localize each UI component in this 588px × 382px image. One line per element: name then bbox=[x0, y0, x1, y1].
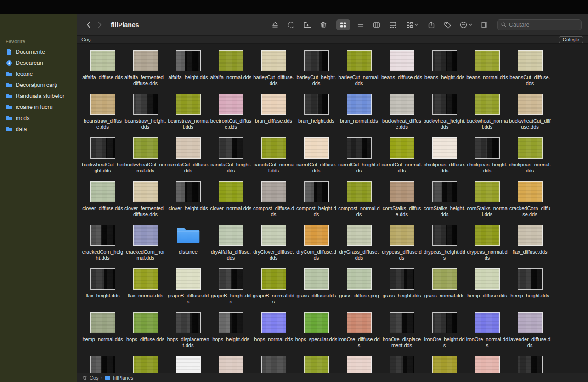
empty-trash-button[interactable]: Golește bbox=[559, 36, 583, 43]
file-thumbnail[interactable] bbox=[219, 94, 243, 115]
sidebar-item-data[interactable]: data bbox=[0, 124, 77, 135]
file-thumbnail[interactable] bbox=[304, 50, 329, 71]
file-item[interactable]: buckwheatCut_diffuse.dds bbox=[509, 94, 551, 137]
file-item[interactable]: crackedCorn_normal.dds bbox=[124, 225, 167, 268]
file-item[interactable]: ironOre_normal.dds bbox=[466, 312, 509, 356]
file-item[interactable]: chickpeas_diffuse.dds bbox=[423, 137, 466, 181]
file-item[interactable] bbox=[295, 356, 338, 373]
file-item[interactable]: buckwheat_normal.dds bbox=[466, 94, 509, 137]
file-item[interactable]: bran_diffuse.dds bbox=[252, 94, 295, 137]
file-item[interactable] bbox=[338, 356, 380, 373]
file-thumbnail[interactable] bbox=[347, 356, 372, 373]
file-thumbnail[interactable] bbox=[390, 50, 414, 71]
file-thumbnail[interactable] bbox=[304, 181, 329, 202]
file-item[interactable]: carrotCut_normal.dds bbox=[380, 137, 423, 181]
file-thumbnail[interactable] bbox=[90, 94, 115, 115]
file-thumbnail[interactable] bbox=[432, 225, 457, 246]
view-grid-button[interactable] bbox=[336, 19, 350, 30]
file-thumbnail[interactable] bbox=[432, 94, 457, 115]
file-item[interactable]: grass_normal.dds bbox=[423, 268, 466, 312]
file-item[interactable]: ironOre_height.dds bbox=[423, 312, 466, 356]
file-thumbnail[interactable] bbox=[518, 312, 543, 333]
file-thumbnail[interactable] bbox=[90, 181, 115, 202]
file-thumbnail[interactable] bbox=[176, 181, 201, 202]
file-item[interactable]: hops_height.dds bbox=[209, 312, 252, 356]
file-thumbnail[interactable] bbox=[304, 225, 329, 246]
file-item[interactable]: buckwheat_height.dds bbox=[423, 94, 466, 137]
file-item[interactable]: flax_height.dds bbox=[81, 268, 124, 312]
file-item[interactable] bbox=[380, 356, 423, 373]
file-thumbnail[interactable] bbox=[176, 356, 201, 373]
file-item[interactable]: cornStalks_height.dds bbox=[423, 181, 466, 225]
file-item[interactable]: dryAlfalfa_diffuse.dds bbox=[209, 225, 252, 268]
file-thumbnail[interactable] bbox=[261, 225, 286, 246]
file-item[interactable]: dryCorn_diffuse.dds bbox=[295, 225, 338, 268]
back-button[interactable] bbox=[83, 19, 94, 30]
file-thumbnail[interactable] bbox=[347, 181, 372, 202]
file-thumbnail[interactable] bbox=[176, 94, 201, 115]
file-item[interactable]: canolaCut_height.dds bbox=[209, 137, 252, 181]
file-item[interactable]: drypeas_diffuse.dds bbox=[380, 225, 423, 268]
file-thumbnail[interactable] bbox=[133, 94, 158, 115]
file-item[interactable]: hops_normal.dds bbox=[252, 312, 295, 356]
file-thumbnail[interactable] bbox=[347, 137, 372, 159]
sidebar-item-decoratiuni-carti[interactable]: Decorațiuni cărți bbox=[0, 80, 77, 91]
sidebar-item-descarcari[interactable]: Descărcări bbox=[0, 57, 77, 68]
file-thumbnail[interactable] bbox=[347, 50, 372, 71]
file-thumbnail[interactable] bbox=[304, 356, 329, 373]
file-item[interactable]: clover_diffuse.dds bbox=[81, 181, 124, 225]
file-item[interactable]: alfalfa_normal.dds bbox=[209, 50, 252, 94]
file-item[interactable]: barleyCut_normal.dds bbox=[338, 50, 380, 94]
file-item[interactable]: beans_height.dds bbox=[423, 50, 466, 94]
file-thumbnail[interactable] bbox=[390, 225, 414, 246]
file-item[interactable]: hemp_height.dds bbox=[509, 268, 551, 312]
file-item[interactable]: carrotCut_height.dds bbox=[338, 137, 380, 181]
file-item[interactable]: barleyCut_diffuse.dds bbox=[252, 50, 295, 94]
file-thumbnail[interactable] bbox=[261, 181, 286, 202]
sidebar-item-documente[interactable]: Documente bbox=[0, 46, 77, 57]
file-item[interactable]: cornStalks_normal.dds bbox=[466, 181, 509, 225]
path-crumb-trash[interactable]: Coș bbox=[90, 375, 99, 381]
file-thumbnail[interactable] bbox=[475, 312, 500, 333]
file-thumbnail[interactable] bbox=[347, 94, 372, 115]
file-item[interactable]: bran_height.dds bbox=[295, 94, 338, 137]
search-field[interactable] bbox=[497, 19, 582, 30]
file-item[interactable]: clover_normal.dds bbox=[209, 181, 252, 225]
file-thumbnail[interactable] bbox=[475, 356, 500, 373]
file-item[interactable]: alfalfa_fermented_diffuse.dds bbox=[124, 50, 167, 94]
file-item[interactable]: grapeB_normal.dds bbox=[252, 268, 295, 312]
file-item[interactable] bbox=[423, 356, 466, 373]
file-item[interactable]: grass_diffuse.png bbox=[338, 268, 380, 312]
group-by-button[interactable] bbox=[404, 19, 420, 30]
file-item[interactable]: drypeas_height.dds bbox=[423, 225, 466, 268]
file-thumbnail[interactable] bbox=[518, 137, 543, 159]
file-thumbnail[interactable] bbox=[518, 356, 543, 373]
file-thumbnail[interactable] bbox=[219, 50, 243, 71]
file-thumbnail[interactable] bbox=[518, 225, 543, 246]
file-item[interactable]: beetrootCut_diffuse.dds bbox=[209, 94, 252, 137]
file-thumbnail[interactable] bbox=[432, 181, 457, 202]
view-gallery-button[interactable] bbox=[387, 19, 398, 30]
file-thumbnail[interactable] bbox=[475, 225, 500, 246]
file-thumbnail[interactable] bbox=[133, 137, 158, 159]
file-item[interactable]: alfalfa_height.dds bbox=[167, 50, 209, 94]
file-item[interactable]: flax_diffuse.dds bbox=[509, 225, 551, 268]
file-thumbnail[interactable] bbox=[432, 50, 457, 71]
file-thumbnail[interactable] bbox=[261, 50, 286, 71]
file-item[interactable] bbox=[466, 356, 509, 373]
folder-item[interactable]: distance bbox=[167, 225, 209, 268]
file-thumbnail[interactable] bbox=[518, 94, 543, 115]
file-thumbnail[interactable] bbox=[133, 181, 158, 202]
file-item[interactable] bbox=[509, 356, 551, 373]
file-item[interactable]: hops_displacement.dds bbox=[167, 312, 209, 356]
file-item[interactable] bbox=[209, 356, 252, 373]
file-thumbnail[interactable] bbox=[133, 312, 158, 333]
file-thumbnail[interactable] bbox=[347, 268, 372, 290]
file-item[interactable]: beans_normal.dds bbox=[466, 50, 509, 94]
tags-button[interactable] bbox=[442, 19, 453, 30]
file-thumbnail[interactable] bbox=[90, 268, 115, 290]
file-item[interactable] bbox=[167, 356, 209, 373]
file-item[interactable]: hops_specular.dds bbox=[295, 312, 338, 356]
file-thumbnail[interactable] bbox=[390, 94, 414, 115]
forward-button[interactable] bbox=[94, 19, 105, 30]
